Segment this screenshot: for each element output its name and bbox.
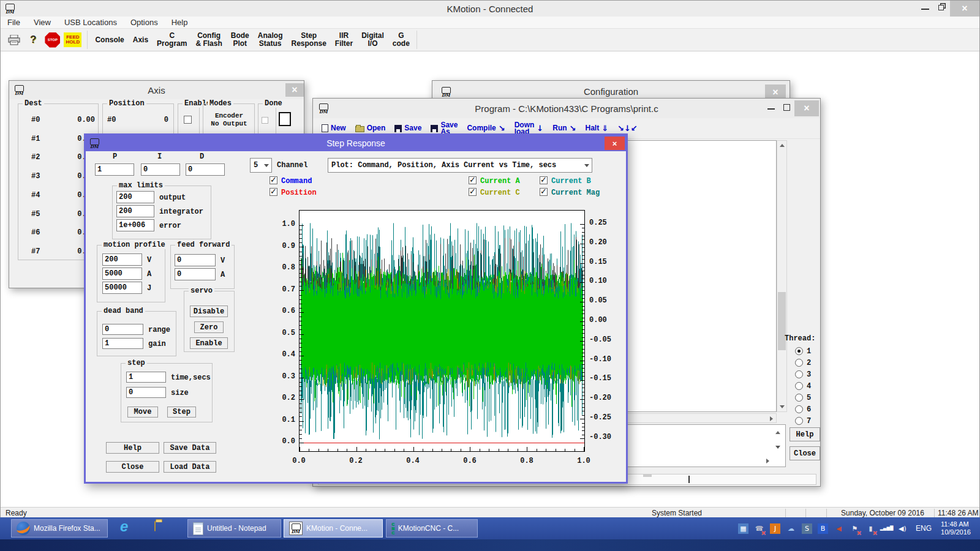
program-close-button[interactable]: ×	[794, 100, 819, 116]
channel-select[interactable]: 5	[250, 158, 272, 173]
program-toolbar-new-button[interactable]: New	[322, 124, 346, 132]
bluetooth-icon[interactable]: B	[818, 523, 828, 534]
taskbar-button-kmotion[interactable]: KMotion - Conne...	[284, 519, 383, 538]
clock[interactable]: 11:48 AM10/9/2016	[941, 520, 971, 536]
menu-view[interactable]: View	[27, 15, 58, 29]
taskbar-button-firefox[interactable]: Mozilla Firefox Sta...	[11, 519, 108, 538]
program-toolbar-save-button[interactable]: Save	[394, 125, 421, 132]
axis-close-button[interactable]: ×	[285, 83, 304, 97]
program-toolbar-run-button[interactable]: Run↘	[552, 125, 576, 132]
program-close-button2[interactable]: Close	[790, 446, 820, 460]
menu-options[interactable]: Options	[124, 15, 165, 29]
toolbar-button-step-response[interactable]: Step Response	[287, 31, 330, 49]
step-size-field[interactable]	[126, 387, 166, 398]
axis0-enable-checkbox[interactable]	[184, 116, 192, 124]
toolbar-button-iir-filter[interactable]: IIR Filter	[331, 31, 357, 49]
program-maximize-button[interactable]	[783, 104, 790, 111]
feed-hold-icon[interactable]: FEED HOLD	[64, 32, 81, 47]
step-time-field[interactable]	[126, 372, 166, 383]
load-data-button[interactable]: Load Data	[164, 461, 216, 473]
thread-radio-4[interactable]	[795, 382, 803, 390]
print-icon[interactable]	[8, 35, 20, 45]
toolbar-button-g-code[interactable]: G code	[388, 31, 414, 49]
plot-current-b-checkbox[interactable]	[540, 176, 548, 184]
plot-current-mag-checkbox[interactable]	[540, 188, 548, 196]
cloud-icon[interactable]: ☁	[786, 523, 796, 534]
help-button[interactable]: Help	[106, 442, 159, 454]
deadband-gain-field[interactable]	[102, 338, 143, 349]
plot-type-select[interactable]: Plot: Command, Position, Axis Current vs…	[328, 158, 592, 173]
menu-usb-locations[interactable]: USB Locations	[58, 15, 124, 29]
toolbar-button-digital-io[interactable]: Digital I/O	[357, 31, 388, 49]
toolbar-button-config-flash[interactable]: Config & Flash	[191, 31, 226, 49]
max-output-field[interactable]	[116, 191, 154, 203]
modem-error-icon[interactable]: ☎	[754, 523, 764, 534]
velocity-field[interactable]	[102, 253, 142, 266]
program-toolbar-open-button[interactable]: Open	[355, 124, 386, 132]
servo-enable-button[interactable]: Enable	[190, 337, 228, 349]
restore-button[interactable]	[938, 5, 944, 10]
program-minimize-button[interactable]	[767, 108, 775, 110]
minimize-button[interactable]	[921, 9, 929, 10]
save-data-button[interactable]: Save Data	[164, 442, 216, 454]
servo-zero-button[interactable]: Zero	[194, 321, 224, 333]
close-button2[interactable]: Close	[106, 461, 159, 473]
output-scroll-up-icon[interactable]	[775, 431, 780, 434]
program-toolbar-halt-button[interactable]: Halt⇓	[585, 125, 608, 132]
ff-v-field[interactable]	[175, 254, 216, 266]
jerk-field[interactable]	[102, 282, 142, 294]
removable-media-icon[interactable]: ▦	[738, 523, 748, 534]
plot-current-c-checkbox[interactable]	[469, 188, 477, 196]
plot-command-checkbox[interactable]	[270, 176, 277, 184]
scroll-up-icon[interactable]	[780, 144, 785, 147]
location-error-icon[interactable]: ⚑	[850, 523, 860, 534]
max-error-field[interactable]	[116, 219, 154, 231]
step-response-close-button[interactable]: ×	[605, 137, 625, 150]
taskbar-button-kmotioncnc[interactable]: C N CKMotionCNC - C...	[386, 519, 478, 538]
scroll-down-icon[interactable]	[780, 405, 785, 408]
plot-position-checkbox[interactable]	[270, 188, 277, 196]
program-toolbar-compile-button[interactable]: Compile↘	[467, 125, 505, 132]
output-scroll-right-icon[interactable]	[766, 459, 769, 463]
program-toolbar-kill-button[interactable]: ↘↓↙	[617, 125, 638, 132]
menu-help[interactable]: Help	[165, 15, 195, 29]
thread-radio-1[interactable]	[795, 347, 803, 355]
toolbar-button-console[interactable]: Console	[91, 35, 128, 45]
thread-radio-5[interactable]	[795, 394, 803, 402]
thread-radio-2[interactable]	[795, 359, 803, 367]
plot-current-a-checkbox[interactable]	[469, 176, 477, 184]
volume-mixer-icon[interactable]: ◀	[834, 523, 844, 534]
help-icon[interactable]: ?	[30, 34, 36, 46]
toolbar-button-analog-status[interactable]: Analog Status	[254, 31, 287, 49]
editor-vscrollbar[interactable]	[777, 140, 787, 412]
volume-icon[interactable]: ◀)	[897, 523, 908, 534]
servo-disable-button[interactable]: Disable	[190, 305, 228, 317]
step-button[interactable]: Step	[167, 407, 196, 418]
close-button[interactable]: ×	[950, 1, 979, 17]
battery-error-icon[interactable]: ▮	[865, 523, 876, 534]
thread-radio-6[interactable]	[795, 405, 803, 413]
toolbar-button-c-program[interactable]: C Program	[153, 31, 191, 49]
program-help-button[interactable]: Help	[790, 427, 820, 441]
toolbar-button-bode-plot[interactable]: Bode Plot	[227, 31, 254, 49]
thread-radio-3[interactable]	[795, 370, 803, 378]
stop-icon[interactable]: STOP	[45, 32, 60, 48]
output-scroll-down-icon[interactable]	[775, 446, 780, 449]
internet-explorer-icon[interactable]: e	[120, 519, 128, 534]
accel-field[interactable]	[102, 268, 142, 280]
ff-a-field[interactable]	[175, 268, 216, 280]
deadband-range-field[interactable]	[102, 324, 143, 335]
p-field[interactable]	[95, 163, 134, 176]
d-field[interactable]	[186, 163, 225, 176]
move-button[interactable]: Move	[127, 407, 158, 418]
max-integrator-field[interactable]	[116, 205, 154, 217]
scroll-right-icon[interactable]	[770, 416, 773, 421]
network-signal-icon[interactable]: ▂▄▆█	[881, 523, 892, 534]
remote-access-icon[interactable]: S	[802, 523, 812, 534]
toolbar-button-axis[interactable]: Axis	[129, 35, 153, 45]
taskbar-button-notepad[interactable]: Untitled - Notepad	[187, 519, 281, 538]
thread-radio-7[interactable]	[795, 417, 803, 425]
i-field[interactable]	[141, 163, 180, 176]
java-update-icon[interactable]: J	[770, 523, 780, 534]
menu-file[interactable]: File	[1, 15, 27, 29]
